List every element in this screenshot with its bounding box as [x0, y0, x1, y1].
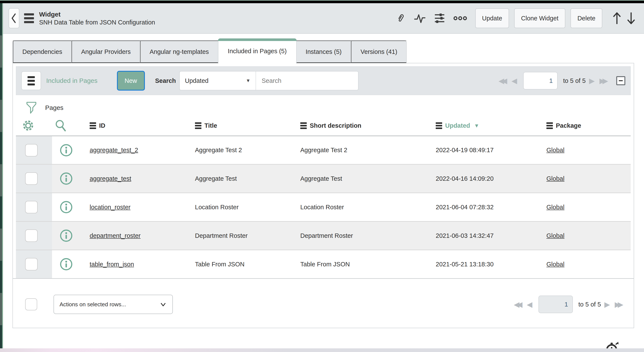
row-checkbox[interactable] [25, 229, 38, 242]
column-header-title[interactable]: Title [195, 122, 300, 129]
column-context-icon [90, 122, 96, 129]
pages-table-body: aggregate_test_2 Aggregate Test 2 Aggreg… [13, 136, 634, 279]
filter-breadcrumb[interactable]: Pages [45, 104, 64, 111]
row-package-link[interactable]: Global [546, 175, 564, 182]
last-page-button[interactable]: ▶▶ [598, 77, 609, 84]
info-icon[interactable] [60, 229, 73, 242]
first-page-button-bottom[interactable]: ◀◀ [512, 301, 523, 308]
form-context-menu-button[interactable] [23, 12, 35, 24]
chevron-left-icon [10, 13, 18, 24]
row-updated: 2021-06-03 14:32:47 [436, 232, 494, 239]
list-context-menu-button[interactable] [21, 71, 41, 90]
row-updated: 2022-04-16 14:09:20 [436, 175, 494, 182]
next-page-button[interactable]: ▶ [588, 77, 596, 84]
actions-on-selected-rows-select[interactable]: Actions on selected rows... [54, 295, 173, 314]
row-title: Location Roster [195, 204, 238, 210]
tab-angular-ng-templates[interactable]: Angular ng-templates [140, 40, 218, 63]
info-icon[interactable] [60, 201, 73, 213]
page-number-input-bottom[interactable] [538, 296, 573, 313]
row-checkbox[interactable] [25, 144, 38, 157]
next-page-button-bottom[interactable]: ▶ [603, 301, 611, 308]
row-package-link[interactable]: Global [546, 232, 564, 239]
new-button[interactable]: New [117, 71, 145, 91]
select-caret-icon: ▼ [246, 78, 250, 83]
list-personalize-button[interactable] [22, 119, 34, 132]
pagination-range: to 5 of 5 [563, 77, 586, 84]
row-id-link[interactable]: table_from_json [90, 261, 134, 268]
column-header-short-description[interactable]: Short description [300, 122, 436, 129]
tab-versions-41[interactable]: Versions (41) [351, 40, 406, 63]
filter-icon[interactable] [26, 101, 37, 114]
collapse-list-button[interactable] [616, 76, 625, 85]
column-header-updated[interactable]: Updated▼ [436, 122, 546, 129]
row-title: Aggregate Test 2 [195, 147, 242, 154]
form-header-actions: Update Clone Widget Delete [396, 8, 636, 28]
record-tabs: Dependencies Angular Providers Angular n… [12, 40, 407, 63]
previous-page-button[interactable]: ◀ [510, 77, 518, 84]
column-context-icon [546, 122, 553, 129]
tab-label: Included in Pages (5) [228, 48, 287, 55]
last-page-button-bottom[interactable]: ▶▶ [614, 301, 624, 308]
navigate-down-icon [626, 11, 636, 25]
navigate-up-button[interactable] [612, 11, 622, 25]
list-footer: Actions on selected rows... ◀◀ ◀ to 5 of… [16, 295, 631, 314]
page-number-input[interactable] [523, 72, 558, 90]
select-all-checkbox[interactable] [25, 298, 37, 310]
personalize-button[interactable] [434, 13, 445, 24]
included-in-pages-panel: Included in Pages New Search Updated ▼ ◀… [12, 63, 634, 328]
list-search-input[interactable] [256, 71, 358, 90]
info-icon[interactable] [60, 144, 73, 157]
list-title: Included in Pages [46, 77, 98, 84]
row-title: Aggregate Test [195, 175, 237, 182]
row-title: Table From JSON [195, 261, 244, 268]
attachment-button[interactable] [396, 12, 406, 24]
row-package-link[interactable]: Global [546, 147, 564, 154]
row-package-link[interactable]: Global [546, 204, 564, 210]
row-id-link[interactable]: aggregate_test [90, 175, 131, 182]
tab-included-in-pages-5[interactable]: Included in Pages (5) [218, 38, 297, 63]
left-nav-sliver [0, 3, 3, 348]
info-icon[interactable] [60, 172, 73, 185]
row-package-link[interactable]: Global [546, 261, 564, 268]
update-button[interactable]: Update [475, 8, 509, 28]
row-updated: 2021-06-04 07:28:32 [436, 204, 494, 210]
clone-widget-button[interactable]: Clone Widget [514, 8, 565, 28]
search-field-value: Updated [185, 77, 208, 84]
pagination-range-bottom: to 5 of 5 [578, 301, 601, 308]
tab-angular-providers[interactable]: Angular Providers [72, 40, 140, 63]
column-header-package[interactable]: Package [546, 122, 631, 129]
row-checkbox[interactable] [25, 172, 38, 185]
more-options-button[interactable] [453, 16, 467, 21]
tab-instances-5[interactable]: Instances (5) [296, 40, 351, 63]
list-search-group: Updated ▼ [179, 71, 358, 90]
row-id-link[interactable]: department_roster [90, 232, 140, 239]
activity-stream-icon [414, 13, 426, 24]
list-pagination-bottom: ◀◀ ◀ to 5 of 5 ▶ ▶▶ [510, 296, 624, 313]
table-row: location_roster Location Roster Location… [16, 192, 631, 221]
row-id-link[interactable]: aggregate_test_2 [90, 147, 138, 154]
left-nav-items-sliver [0, 3, 2, 348]
row-checkbox[interactable] [25, 201, 38, 213]
activity-stream-button[interactable] [414, 13, 426, 24]
column-header-id[interactable]: ID [90, 122, 195, 129]
tab-label: Dependencies [22, 48, 62, 55]
tab-label: Versions (41) [360, 48, 397, 55]
row-checkbox[interactable] [25, 258, 38, 270]
first-page-button[interactable]: ◀◀ [497, 77, 508, 84]
search-field-select[interactable]: Updated ▼ [180, 71, 256, 90]
navigate-down-button[interactable] [626, 11, 636, 25]
info-icon[interactable] [60, 258, 73, 271]
previous-page-button-bottom[interactable]: ◀ [526, 301, 534, 308]
row-id-link[interactable]: location_roster [90, 204, 130, 210]
delete-button[interactable]: Delete [570, 8, 602, 28]
navigate-up-icon [612, 11, 622, 25]
back-button[interactable] [8, 8, 19, 28]
pages-table-header: ID Title Short description Updated▼ Pack… [16, 116, 631, 136]
personalize-icon [434, 13, 445, 24]
row-title: Department Roster [195, 232, 248, 239]
column-search-button[interactable] [54, 119, 67, 132]
column-search-icon [54, 119, 67, 132]
search-label: Search [155, 77, 176, 84]
left-nav-accent-line [2, 3, 3, 348]
tab-dependencies[interactable]: Dependencies [13, 40, 72, 63]
